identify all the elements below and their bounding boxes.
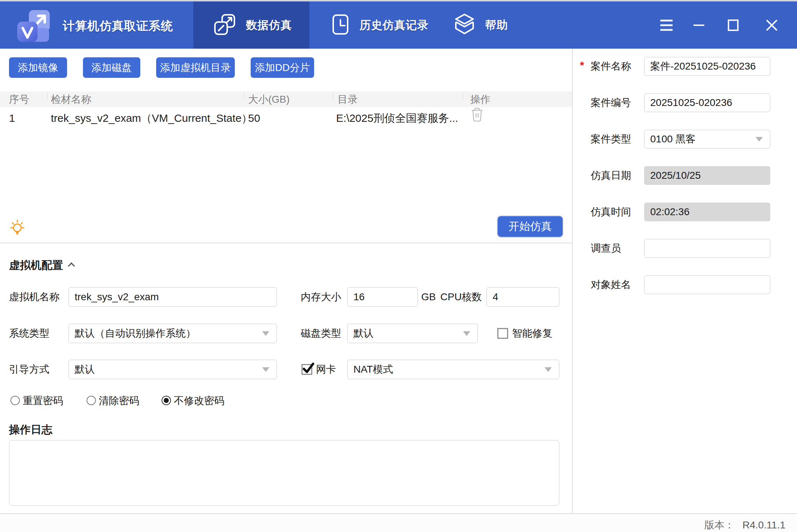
case-type-label: 案件类型 [591, 130, 631, 148]
system-type-label: 系统类型 [9, 324, 49, 343]
vm-name-input[interactable] [69, 287, 277, 307]
case-number-input[interactable] [644, 93, 770, 112]
close-icon[interactable] [760, 1, 783, 49]
investigator-input[interactable] [644, 239, 770, 258]
simulation-date-label: 仿真日期 [591, 166, 631, 185]
vm-config-title: 虚拟机配置 [9, 259, 63, 271]
start-simulation-button[interactable]: 开始仿真 [498, 216, 563, 237]
menu-icon[interactable] [655, 1, 678, 49]
chevron-down-icon [262, 367, 269, 372]
cell-no: 1 [9, 107, 15, 129]
boot-mode-select[interactable]: 默认 [69, 360, 277, 379]
memory-input[interactable] [347, 287, 418, 307]
smart-repair-label: 智能修复 [512, 324, 552, 343]
cell-directory: E:\2025刑侦全国赛服务... [336, 107, 461, 129]
version-text: 版本：R4.0.11.1 [704, 518, 785, 532]
case-name-label: 案件名称 [591, 57, 631, 76]
cpu-cores-label: CPU核数 [440, 287, 482, 307]
app-title: 计算机仿真取证系统 [63, 18, 173, 34]
column-divider [463, 92, 463, 100]
data-simulation-icon [213, 13, 236, 37]
app-window: 计算机仿真取证系统 数据仿真 历史仿真记录 [0, 0, 797, 532]
maximize-icon[interactable] [722, 1, 745, 49]
case-type-row: 案件类型 0100 黑客 [572, 130, 797, 148]
operation-log-textarea[interactable] [9, 440, 559, 506]
simulation-date-row: 仿真日期 [572, 166, 797, 185]
evidence-table-header: 序号 检材名称 大小(GB) 目录 操作 [0, 92, 572, 107]
tab-label: 帮助 [485, 18, 508, 33]
case-name-input[interactable] [644, 57, 770, 76]
history-icon [331, 13, 349, 37]
case-name-row: * 案件名称 [572, 57, 797, 76]
required-asterisk: * [580, 59, 584, 71]
disk-type-label: 磁盘类型 [301, 324, 341, 343]
tab-label: 历史仿真记录 [360, 18, 429, 33]
add-image-button[interactable]: 添加镜像 [9, 57, 67, 78]
section-divider [0, 243, 572, 243]
app-logo-icon [17, 7, 54, 45]
smart-repair-checkbox[interactable] [497, 328, 508, 339]
vm-config-section-header[interactable]: 虚拟机配置 [9, 258, 74, 273]
nic-label: 网卡 [316, 360, 336, 379]
tab-data-simulation[interactable]: 数据仿真 [193, 1, 309, 49]
cpu-cores-input[interactable] [486, 287, 559, 307]
column-divider [244, 92, 245, 100]
simulation-time-label: 仿真时间 [591, 203, 631, 221]
collapse-caret-icon [68, 262, 75, 270]
tab-help[interactable]: 帮助 [438, 1, 525, 49]
keep-password-label: 不修改密码 [174, 395, 224, 406]
reset-password-radio[interactable] [10, 396, 20, 405]
trash-icon[interactable] [470, 107, 484, 122]
clear-password-label: 清除密码 [99, 395, 139, 406]
add-dd-fragment-button[interactable]: 添加DD分片 [251, 57, 314, 78]
case-number-row: 案件编号 [572, 93, 797, 112]
table-row[interactable]: 1 trek_sys_v2_exam（VM_Current_State） 50 … [0, 107, 572, 129]
simulation-date-field [644, 166, 770, 185]
version-label: 版本： [704, 519, 735, 531]
investigator-row: 调查员 [572, 239, 797, 258]
memory-label: 内存大小 [301, 287, 341, 307]
reset-password-label: 重置密码 [23, 395, 63, 406]
chevron-down-icon [262, 331, 269, 336]
boot-mode-value: 默认 [75, 363, 262, 376]
subject-name-row: 对象姓名 [572, 275, 797, 294]
disk-type-value: 默认 [353, 327, 463, 340]
system-type-value: 默认（自动识别操作系统） [75, 327, 262, 340]
nic-mode-select[interactable]: NAT模式 [347, 360, 559, 379]
subject-name-input[interactable] [644, 275, 770, 294]
brand: 计算机仿真取证系统 [17, 6, 173, 46]
add-vm-directory-button[interactable]: 添加虚拟机目录 [156, 57, 235, 78]
cell-name: trek_sys_v2_exam（VM_Current_State） [51, 107, 252, 129]
operation-log-title: 操作日志 [9, 422, 52, 437]
keep-password-radio[interactable] [162, 396, 171, 405]
column-header-name: 检材名称 [51, 92, 91, 107]
tab-history-records[interactable]: 历史仿真记录 [317, 1, 436, 49]
statusbar: 版本：R4.0.11.1 [0, 513, 797, 532]
column-header-size: 大小(GB) [248, 92, 290, 107]
case-type-select[interactable]: 0100 黑客 [644, 130, 770, 148]
vm-name-label: 虚拟机名称 [9, 287, 60, 307]
boot-mode-label: 引导方式 [9, 360, 49, 379]
lightbulb-icon [9, 219, 25, 236]
memory-unit-label: GB [421, 287, 436, 307]
clear-password-radio[interactable] [87, 396, 96, 405]
cell-size: 50 [248, 107, 260, 129]
chevron-down-icon [463, 331, 470, 336]
tab-label: 数据仿真 [246, 18, 292, 33]
nic-mode-value: NAT模式 [353, 363, 545, 376]
version-value: R4.0.11.1 [743, 519, 785, 531]
system-type-select[interactable]: 默认（自动识别操作系统） [69, 324, 277, 343]
investigator-label: 调查员 [591, 239, 621, 258]
simulation-time-field [644, 203, 770, 221]
column-header-action: 操作 [470, 92, 490, 107]
nic-checkbox[interactable] [301, 364, 312, 375]
minimize-icon[interactable] [687, 1, 710, 49]
disk-type-select[interactable]: 默认 [347, 324, 478, 343]
column-divider [47, 92, 48, 100]
titlebar: 计算机仿真取证系统 数据仿真 历史仿真记录 [0, 0, 797, 49]
case-number-label: 案件编号 [591, 93, 631, 112]
help-icon [454, 13, 475, 37]
case-type-value: 0100 黑客 [650, 132, 756, 146]
add-disk-button[interactable]: 添加磁盘 [83, 57, 140, 78]
column-header-directory: 目录 [338, 92, 358, 107]
